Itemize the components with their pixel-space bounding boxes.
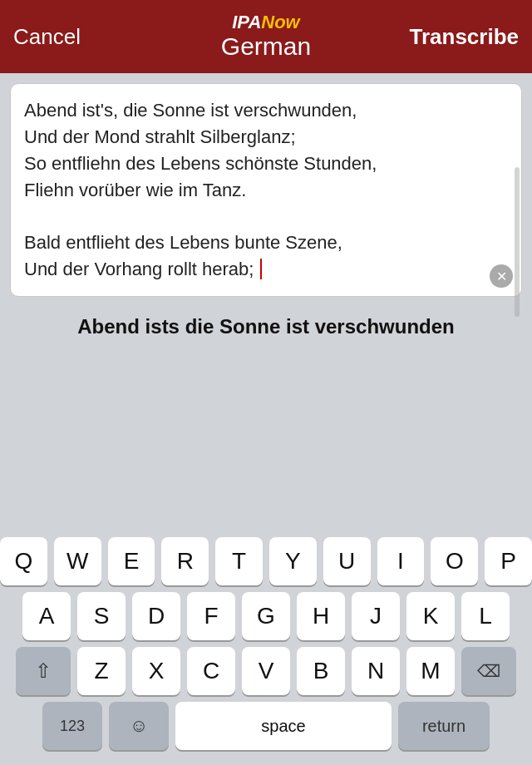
key-w[interactable]: W — [54, 537, 101, 585]
key-i[interactable]: I — [377, 537, 425, 585]
numbers-button[interactable]: 123 — [42, 702, 102, 750]
key-h[interactable]: H — [297, 592, 345, 640]
key-e[interactable]: E — [108, 537, 155, 585]
scrollbar — [515, 167, 520, 317]
emoji-button[interactable]: ☺ — [109, 702, 169, 750]
header-center: IPANow German — [221, 12, 311, 61]
transcribe-button[interactable]: Transcribe — [409, 17, 519, 57]
text-input-content: Abend ist's, die Sonne ist verschwunden,… — [24, 97, 508, 283]
app-title: IPANow — [221, 12, 311, 32]
keyboard-row-2: ASDFGHJKL — [0, 592, 532, 640]
clear-button[interactable]: ✕ — [490, 264, 513, 288]
keyboard-row-1: QWERTYUIOP — [0, 537, 532, 585]
app-header: Cancel IPANow German Transcribe — [0, 0, 532, 73]
app-title-ipa: IPA — [232, 12, 261, 32]
key-y[interactable]: Y — [269, 537, 317, 585]
app-title-now: Now — [261, 12, 299, 32]
key-b[interactable]: B — [297, 647, 345, 695]
key-u[interactable]: U — [323, 537, 371, 585]
key-k[interactable]: K — [406, 592, 455, 640]
key-j[interactable]: J — [352, 592, 400, 640]
key-d[interactable]: D — [132, 592, 180, 640]
key-c[interactable]: C — [187, 647, 235, 695]
key-g[interactable]: G — [242, 592, 290, 640]
key-o[interactable]: O — [431, 537, 478, 585]
text-input-container[interactable]: Abend ist's, die Sonne ist verschwunden,… — [10, 83, 522, 297]
result-area: Abend ists die Sonne ist verschwunden — [0, 307, 532, 350]
space-button[interactable]: space — [175, 702, 392, 750]
app-subtitle: German — [221, 32, 311, 61]
key-t[interactable]: T — [215, 537, 263, 585]
keyboard-row-3: ⇧ZXCVBNM⌫ — [0, 647, 532, 695]
key-p[interactable]: P — [485, 537, 532, 585]
delete-button[interactable]: ⌫ — [461, 647, 516, 695]
cancel-button[interactable]: Cancel — [13, 17, 81, 57]
key-v[interactable]: V — [242, 647, 290, 695]
key-f[interactable]: F — [187, 592, 235, 640]
key-x[interactable]: X — [132, 647, 180, 695]
key-l[interactable]: L — [461, 592, 510, 640]
key-s[interactable]: S — [77, 592, 126, 640]
shift-button[interactable]: ⇧ — [16, 647, 71, 695]
keyboard-row-4: 123☺spacereturn — [0, 702, 532, 755]
key-m[interactable]: M — [406, 647, 455, 695]
return-button[interactable]: return — [398, 702, 490, 750]
keyboard: QWERTYUIOP ASDFGHJKL ⇧ZXCVBNM⌫ 123☺space… — [0, 534, 532, 765]
key-q[interactable]: Q — [0, 537, 47, 585]
key-r[interactable]: R — [161, 537, 209, 585]
result-text: Abend ists die Sonne ist verschwunden — [13, 315, 519, 338]
key-n[interactable]: N — [352, 647, 400, 695]
key-z[interactable]: Z — [77, 647, 126, 695]
key-a[interactable]: A — [22, 592, 71, 640]
